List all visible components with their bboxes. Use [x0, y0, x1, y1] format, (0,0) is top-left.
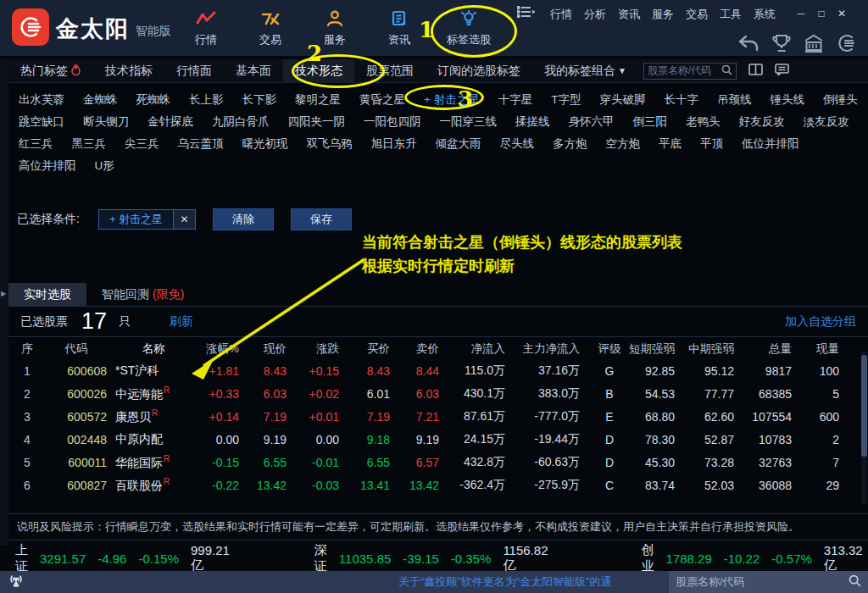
split-view-icon[interactable]: [748, 64, 763, 79]
menubar-item[interactable]: 分析: [578, 5, 612, 23]
pattern-item[interactable]: 一阳包四阴: [364, 114, 421, 130]
menubar-item[interactable]: 行情: [544, 5, 578, 23]
pattern-item[interactable]: 长十字: [664, 92, 698, 108]
table-header-cell[interactable]: 序: [8, 341, 46, 357]
collapse-rail[interactable]: ▶: [0, 59, 8, 546]
menubar-item[interactable]: 交易: [680, 5, 714, 23]
pattern-item[interactable]: 揉搓线: [515, 114, 550, 130]
pattern-item[interactable]: + 射击之星: [424, 92, 480, 108]
table-header-cell[interactable]: 中期强弱: [685, 341, 744, 357]
pattern-item[interactable]: 跳空缺口: [19, 114, 64, 130]
tab-subscribed-tags[interactable]: 订阅的选股标签: [426, 59, 532, 83]
scrollbar-thumb[interactable]: [861, 355, 867, 457]
pattern-item[interactable]: 断头铡刀: [83, 114, 129, 130]
pattern-item[interactable]: 长下影: [242, 92, 277, 108]
pattern-item[interactable]: 曙光初现: [242, 136, 288, 152]
index-item[interactable]: 上证3291.57-4.96-0.15%999.21亿: [0, 542, 281, 574]
tab-hot-tags[interactable]: 热门标签: [8, 59, 93, 83]
table-header-cell[interactable]: 现价: [249, 341, 297, 357]
tag-search-input[interactable]: 股票名称/代码: [643, 63, 737, 80]
pattern-item[interactable]: 低位并排阳: [742, 136, 799, 152]
pattern-item[interactable]: 高位并排阳: [19, 158, 76, 174]
pattern-item[interactable]: 死蜘蛛: [136, 92, 171, 108]
table-row[interactable]: 2600026中远海能R+0.336.03+0.026.016.03430.1万…: [8, 382, 861, 405]
table-header-cell[interactable]: 名称: [108, 341, 198, 357]
menubar-item[interactable]: 资讯: [612, 5, 646, 23]
pattern-item[interactable]: 好友反攻: [739, 114, 785, 130]
close-button[interactable]: ✕: [832, 5, 851, 22]
bank-icon[interactable]: [804, 34, 824, 56]
pattern-item[interactable]: 尖三兵: [125, 136, 159, 152]
table-header-cell[interactable]: 短期强弱: [629, 341, 685, 357]
pattern-item[interactable]: 黎明之星: [295, 92, 341, 108]
minimize-button[interactable]: ─: [792, 5, 810, 22]
table-header-cell[interactable]: 卖价: [400, 341, 449, 357]
pattern-item[interactable]: 吊颈线: [717, 92, 752, 108]
table-row[interactable]: 4002448中原内配0.009.190.009.189.1924.15万-19…: [8, 428, 861, 451]
tab-quote-面[interactable]: 行情面: [164, 59, 224, 83]
table-header-cell[interactable]: 现量: [802, 341, 849, 357]
index-item[interactable]: 深证11035.85-39.15-0.35%1156.82亿: [281, 542, 582, 574]
table-header-cell[interactable]: 买价: [349, 341, 400, 357]
table-header-cell[interactable]: 主力净流入: [515, 341, 590, 357]
pattern-item[interactable]: 空方炮: [606, 136, 641, 152]
pattern-item[interactable]: 金蜘蛛: [83, 92, 118, 108]
index-item[interactable]: 创业1788.29-10.22-0.57%313.32亿: [582, 542, 868, 574]
pattern-item[interactable]: 双飞乌鸦: [307, 136, 353, 152]
maximize-button[interactable]: □: [812, 5, 831, 22]
nav-quotes[interactable]: 行情: [174, 7, 238, 51]
table-header-cell[interactable]: 代码: [46, 341, 108, 357]
menubar-item[interactable]: 系统: [748, 5, 782, 23]
tab-smart-backtest[interactable]: 智能回测 (限免): [86, 283, 199, 306]
tab-tech-indicators[interactable]: 技术指标: [93, 59, 164, 83]
pattern-item[interactable]: 四阳夹一阴: [288, 114, 346, 130]
pattern-item[interactable]: 黄昏之星: [359, 92, 405, 108]
table-header-cell[interactable]: 总量: [744, 341, 802, 357]
pattern-item[interactable]: 多方炮: [553, 136, 587, 152]
nav-service[interactable]: 服务: [303, 7, 367, 51]
pattern-item[interactable]: 乌云盖顶: [178, 136, 224, 152]
tab-tech-patterns[interactable]: 技术形态: [283, 59, 354, 83]
nav-tag-stock-pick[interactable]: 标签选股: [431, 7, 506, 51]
nav-trade[interactable]: 交易: [238, 7, 303, 51]
table-row[interactable]: 5600011华能国际R-0.156.55-0.016.556.57432.8万…: [8, 451, 861, 474]
refresh-link[interactable]: 刷新: [170, 314, 193, 330]
tab-realtime-pick[interactable]: 实时选股: [8, 283, 86, 306]
clear-button[interactable]: 清除: [213, 208, 274, 230]
trophy-icon[interactable]: [771, 34, 792, 56]
pattern-item[interactable]: 老鸭头: [686, 114, 721, 130]
table-header-cell[interactable]: 涨跌: [297, 341, 349, 357]
pattern-item[interactable]: 穿头破脚: [599, 92, 645, 108]
footer-notice-link[interactable]: 关于“鑫投顾”软件更名为“金太阳智能版”的通: [398, 574, 611, 590]
pattern-item[interactable]: 十字星: [498, 92, 533, 108]
pattern-item[interactable]: U形: [95, 158, 114, 174]
table-row[interactable]: 6600827百联股份R-0.2213.42-0.0313.4113.42-36…: [8, 474, 861, 496]
footer-search-input[interactable]: 股票名称/代码: [669, 571, 868, 593]
pattern-item[interactable]: 身怀六甲: [569, 114, 615, 130]
table-scrollbar[interactable]: [861, 352, 867, 504]
condition-chip-close-icon[interactable]: ✕: [174, 209, 196, 230]
save-button[interactable]: 保存: [291, 208, 352, 230]
pattern-item[interactable]: 尽头线: [500, 136, 535, 152]
pattern-item[interactable]: 倒三阳: [633, 114, 668, 130]
swirl-logo-icon[interactable]: [836, 34, 856, 56]
pattern-item[interactable]: 九阴白骨爪: [212, 114, 270, 130]
table-header-cell[interactable]: 评级: [590, 341, 629, 357]
pattern-item[interactable]: 旭日东升: [371, 136, 417, 152]
tab-stock-scope[interactable]: 股票范围: [354, 59, 426, 83]
pattern-item[interactable]: 平底: [659, 136, 682, 152]
menubar-item[interactable]: 工具: [714, 5, 748, 23]
pattern-item[interactable]: T字型: [551, 92, 581, 108]
nav-news[interactable]: 资讯: [367, 7, 431, 51]
table-header-cell[interactable]: 涨幅%: [198, 341, 249, 357]
pattern-item[interactable]: 淡友反攻: [804, 114, 849, 130]
add-to-group-link[interactable]: 加入自选分组: [785, 314, 856, 330]
pattern-item[interactable]: 出水芙蓉: [19, 92, 64, 108]
pattern-item[interactable]: 黑三兵: [72, 136, 107, 152]
pattern-item[interactable]: 锤头线: [770, 92, 804, 108]
tab-fundamentals[interactable]: 基本面: [224, 59, 283, 83]
menu-list-icon[interactable]: [517, 6, 536, 21]
pattern-item[interactable]: 倒锤头: [823, 92, 858, 108]
condition-chip-label[interactable]: + 射击之星: [98, 209, 174, 230]
menubar-item[interactable]: 服务: [646, 5, 680, 23]
